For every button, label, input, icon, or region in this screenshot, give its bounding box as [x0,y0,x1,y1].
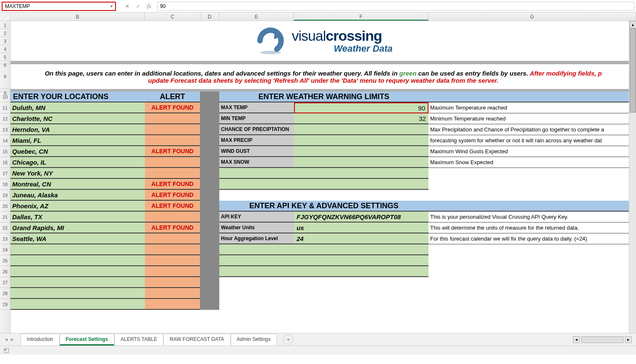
alert-cell [145,212,200,223]
param-value[interactable]: 32 [294,113,428,124]
location-cell[interactable]: Herndon, VA [11,124,145,135]
alert-cell [145,266,200,277]
empty-cell [219,288,294,299]
empty-cell[interactable] [294,168,428,179]
location-cell[interactable]: Miami, FL [11,135,145,146]
location-cell[interactable] [11,299,145,310]
location-cell[interactable]: Juneau, Alaska [11,190,145,201]
location-cell[interactable]: Montreal, CN [11,179,145,190]
col-header-b[interactable]: B [11,13,145,21]
location-cell[interactable]: Duluth, MN [11,102,145,113]
row-header[interactable]: 29 [0,299,10,310]
row-header[interactable]: 26 [0,266,10,277]
grid: visualcrossing Weather Data On this page… [11,21,636,333]
sheet-tab[interactable]: Introduction [21,334,60,346]
location-cell[interactable] [11,244,145,255]
row-header[interactable]: 2 [0,29,10,37]
location-cell[interactable] [11,266,145,277]
location-cell[interactable] [11,277,145,288]
location-cell[interactable]: Seattle, WA [11,233,145,244]
row-header[interactable]: 14 [0,135,10,146]
sheet-tab[interactable]: RAW FORECAST DATA [163,334,231,346]
empty-cell[interactable] [219,266,294,277]
sheet-tab[interactable]: ALERTS TABLE [114,334,163,346]
row-header[interactable]: 12 [0,113,10,124]
location-cell[interactable]: Phoenix, AZ [11,201,145,212]
vertical-scrollbar[interactable]: ▲ [629,21,636,333]
sheet-tab[interactable]: Forecast Settings [60,334,115,346]
location-cell[interactable]: Charlotte, NC [11,113,145,124]
location-cell[interactable] [11,255,145,266]
formula-input[interactable] [157,2,634,11]
col-header-e[interactable]: E [219,13,294,21]
empty-cell[interactable] [219,179,294,190]
alert-cell: ALERT FOUND [145,190,200,201]
param-value[interactable] [294,157,428,168]
row-header[interactable]: 11 [0,102,10,113]
row-header[interactable]: 24 [0,244,10,255]
row-header[interactable]: 27 [0,277,10,288]
add-sheet-button[interactable]: + [283,335,293,345]
location-cell[interactable]: Grand Rapids, MI [11,223,145,233]
column-headers: B C D E F G [0,13,636,21]
row-header[interactable]: 13 [0,124,10,135]
cancel-icon[interactable]: ✕ [124,3,131,9]
location-cell[interactable]: Quebec, CN [11,146,145,157]
col-header-f[interactable]: F [294,13,428,21]
row-header[interactable]: 19 [0,190,10,201]
empty-cell[interactable] [294,244,428,255]
param-value[interactable]: 24 [294,233,428,244]
scroll-right-icon[interactable]: ► [625,336,632,343]
spacer [200,277,219,288]
col-header-d[interactable]: D [200,13,219,21]
empty-cell[interactable] [294,266,428,277]
tab-prev-icon[interactable]: ◄ [4,337,8,342]
location-cell[interactable]: Chicago, IL [11,157,145,168]
location-cell[interactable] [11,288,145,299]
scroll-thumb[interactable] [630,29,636,113]
row-header[interactable]: 18 [0,179,10,190]
accept-icon[interactable]: ✓ [134,3,142,9]
tab-next-icon[interactable]: ► [10,337,14,342]
row-header[interactable]: 3 [0,37,10,45]
param-value[interactable]: us [294,223,428,233]
col-header-c[interactable]: C [145,13,200,21]
row-header[interactable]: 21 [0,212,10,223]
fx-icon[interactable]: fx [145,3,153,10]
select-all-corner[interactable] [0,13,11,21]
param-value[interactable]: 90 [294,102,428,113]
scroll-track[interactable] [581,336,623,343]
row-header[interactable]: 25 [0,255,10,266]
row-header[interactable]: 8 [0,64,10,89]
name-box[interactable]: MAXTEMP [2,2,116,11]
param-value[interactable] [294,135,428,146]
param-label: Hour Aggregation Level [219,233,294,244]
sheet-tab[interactable]: Admin Settings [231,334,277,346]
row-header[interactable]: 17 [0,168,10,179]
param-value[interactable] [294,124,428,135]
row-header[interactable]: 23 [0,233,10,244]
row-header[interactable]: 15 [0,146,10,157]
param-value[interactable]: FJGYQFQNZKVN66PQ6VAROPT08 [294,212,428,223]
empty-cell[interactable] [294,255,428,266]
col-header-g[interactable]: G [428,13,636,21]
param-value[interactable] [294,146,428,157]
row-header[interactable]: 22 [0,223,10,233]
empty-cell[interactable] [219,168,294,179]
empty-cell[interactable] [219,244,294,255]
location-cell[interactable]: New York, NY [11,168,145,179]
scroll-up-icon[interactable]: ▲ [629,21,636,28]
empty-cell[interactable] [219,255,294,266]
row-header[interactable]: 16 [0,157,10,168]
horizontal-scroll: ◄ ► [573,336,632,343]
row-header[interactable]: 6 [0,61,10,64]
row-header[interactable]: 28 [0,288,10,299]
row-header[interactable]: 5 [0,53,10,61]
row-header[interactable]: 1 [0,21,10,29]
row-header[interactable]: 10 [0,92,10,102]
row-header[interactable]: 20 [0,201,10,212]
scroll-left-icon[interactable]: ◄ [573,336,580,343]
empty-cell[interactable] [294,179,428,190]
location-cell[interactable]: Dallas, TX [11,212,145,223]
row-header[interactable]: 4 [0,45,10,53]
